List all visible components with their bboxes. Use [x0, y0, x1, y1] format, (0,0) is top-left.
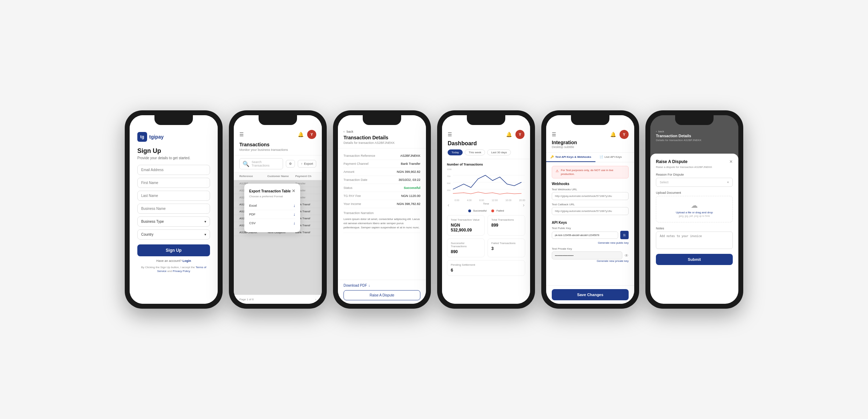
prev-arrow-icon[interactable]: ‹ [448, 202, 449, 208]
x-label: 8:00 [479, 199, 484, 201]
legend-dot-failed [491, 210, 494, 212]
transactions-screen: ☰ 🔔 Y Transactions Monitor your business… [234, 115, 322, 304]
export-excel-option[interactable]: Excel ↓ [249, 201, 295, 210]
filter-button[interactable]: ⚙ [286, 160, 295, 168]
scene: tg tgipay Sign Up Provide your details t… [0, 0, 868, 419]
menu-icon[interactable]: ☰ [448, 132, 452, 137]
dispute-modal-header: Raise A Dispute ✕ [656, 159, 733, 164]
tx-detail-subtitle: Details for transaction AS2BFJNEKK [343, 141, 420, 145]
email-field[interactable] [137, 165, 210, 175]
bell-icon[interactable]: 🔔 [298, 132, 304, 137]
export-csv-option[interactable]: CSV ↓ [249, 219, 295, 227]
bell-icon[interactable]: 🔔 [610, 132, 616, 137]
back-button[interactable]: ‹ back [343, 130, 420, 133]
key-icon: 🔑 [550, 155, 554, 159]
login-prompt: Have an account? Login [137, 259, 210, 263]
dispute-modal-sub: Raise a dispute for transaction AS2BFJNE… [656, 166, 733, 169]
dispute-modal-title: Raise A Dispute [656, 159, 687, 164]
save-changes-button[interactable]: Save Changes [552, 289, 629, 300]
back-button[interactable]: ‹ back [656, 130, 733, 133]
filter-30-days[interactable]: Last 30 days [487, 149, 511, 155]
tab-test-api[interactable]: 🔑 Test API Keys & Webhooks [546, 153, 595, 162]
menu-icon[interactable]: ☰ [239, 132, 244, 137]
export-button[interactable]: ↑ Export [298, 160, 316, 168]
y-label-500: 500 [447, 182, 451, 184]
filter-today[interactable]: Today [448, 149, 463, 155]
show-password-icon[interactable]: 👁 [624, 253, 629, 258]
col-payment: Payment Ch [295, 175, 316, 178]
search-box[interactable]: 🔍 Search Transactions [239, 158, 283, 169]
api-keys-title: API Keys [552, 221, 629, 225]
tx-detail-body: Transaction Reference AS2BFJNEKK Payment… [338, 148, 426, 280]
phone-notch [675, 115, 714, 125]
legend-failed: Failed [491, 209, 504, 212]
back-arrow-icon: ‹ [656, 130, 657, 133]
download-icon: ↓ [368, 284, 370, 287]
webhooks-url-label: Test Webhooks URL [552, 188, 629, 191]
filter-this-week[interactable]: This week [465, 149, 485, 155]
last-name-field[interactable] [137, 191, 210, 201]
tgipay-logo-text: tgipay [149, 134, 164, 140]
time-label: Time [483, 202, 489, 206]
x-label: 4:00 [467, 199, 472, 201]
signup-button[interactable]: Sign Up [137, 244, 210, 256]
tx-row-reference: Transaction Reference AS2BFJNEKK [343, 152, 420, 160]
copy-public-key-button[interactable]: ⎘ [620, 231, 629, 239]
business-type-select[interactable]: Business Type ▾ [137, 216, 210, 227]
notes-input[interactable] [656, 231, 733, 249]
download-pdf-link[interactable]: Download PDF ↓ [343, 284, 420, 287]
bell-icon[interactable]: 🔔 [506, 132, 512, 137]
reason-select[interactable]: Select ▾ [656, 178, 733, 187]
download-icon: ↓ [293, 203, 295, 208]
first-name-field[interactable] [137, 178, 210, 188]
webhooks-url-input[interactable] [552, 192, 629, 200]
x-label: 16:00 [505, 199, 512, 201]
search-bar: 🔍 Search Transactions ⚙ ↑ Export [234, 155, 322, 172]
close-icon[interactable]: ✕ [729, 159, 733, 164]
submit-button[interactable]: Submit [656, 254, 733, 265]
callback-url-input[interactable] [552, 207, 629, 215]
tab-live-api[interactable]: 📄 Live API Keys [595, 153, 626, 162]
gen-public-key-link[interactable]: Generate new public key [552, 241, 629, 244]
upload-area[interactable]: ☁ Upload a file or drag and drop jpeg, j… [656, 196, 733, 222]
stat-successful: Successful Transactions 890 [447, 238, 485, 257]
y-label-1000: 1000 [447, 168, 451, 170]
dashboard-body: Number of Transactions 1000 750 500 250 [442, 159, 530, 304]
pagination: Page 1 of 6 › [234, 295, 322, 304]
chart-x-axis: 0:00 4:00 8:00 12:00 16:00 20:00 [447, 199, 525, 201]
gen-private-key-link[interactable]: Generate new private key [552, 259, 629, 263]
table-header: Reference Customer Name Payment Ch [234, 172, 322, 180]
private-key-input[interactable] [552, 251, 622, 259]
public-key-row: ⎘ [552, 231, 629, 239]
integration-footer: Save Changes [546, 285, 634, 304]
tx-row-status: Status Successful [343, 184, 420, 192]
dispute-header-sub: Details for transaction AS2BFJNEKK [656, 139, 733, 142]
privacy-link[interactable]: Privacy Policy [173, 270, 190, 273]
country-select[interactable]: Country ▾ [137, 229, 210, 240]
stat-failed: Failed Transactions 3 [487, 238, 525, 257]
close-icon[interactable]: ✕ [292, 189, 295, 193]
integration-tabs: 🔑 Test API Keys & Webhooks 📄 Live API Ke… [546, 153, 634, 162]
webhooks-title: Webhooks [552, 182, 629, 186]
export-pdf-option[interactable]: PDF ↓ [249, 210, 295, 219]
phone-notch [363, 115, 401, 125]
chevron-down-icon: ▾ [727, 181, 729, 184]
col-customer: Customer Name [267, 175, 295, 178]
legend-dot-successful [468, 210, 471, 212]
stat-pending: Pending Settlement 6 [447, 260, 525, 276]
phone-notch [259, 115, 297, 125]
download-icon: ↓ [293, 221, 295, 226]
stat-total-value: Total Transaction Value NGN 532,900.09 [447, 215, 485, 236]
phone-transactions: ☰ 🔔 Y Transactions Monitor your business… [229, 110, 327, 309]
menu-icon[interactable]: ☰ [552, 132, 556, 137]
raise-dispute-button[interactable]: Raise A Dispute [343, 290, 420, 300]
back-arrow-icon: ‹ [343, 130, 345, 133]
avatar: Y [515, 130, 525, 139]
next-icon[interactable]: › [315, 298, 316, 301]
public-key-input[interactable] [552, 231, 618, 239]
login-link[interactable]: Login [182, 259, 191, 263]
business-name-field[interactable] [137, 204, 210, 214]
x-label: 20:00 [519, 199, 525, 201]
callback-url-label: Test Callback URL [552, 203, 629, 206]
next-arrow-icon[interactable]: › [523, 202, 525, 208]
